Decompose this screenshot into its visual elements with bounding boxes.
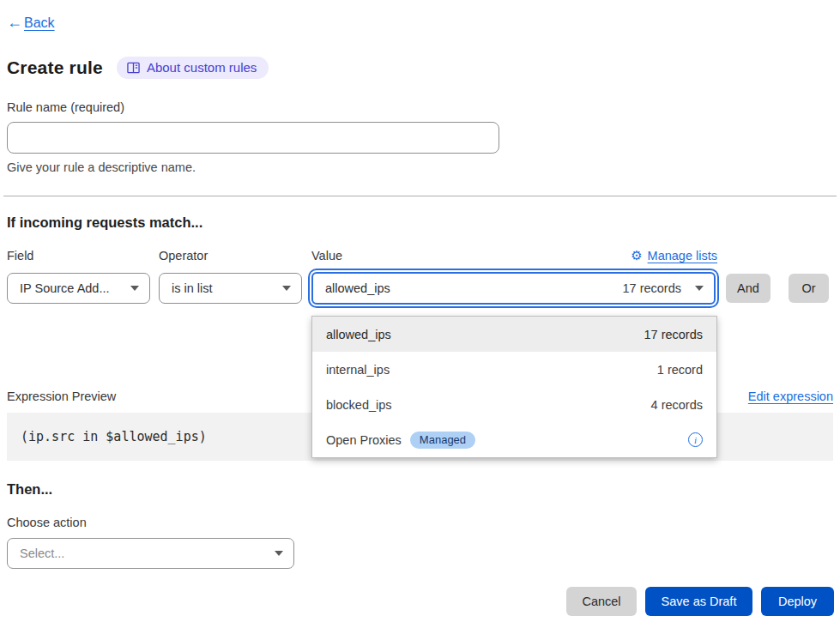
list-item-records: 1 record	[657, 363, 703, 377]
field-select-value: IP Source Add...	[20, 281, 110, 295]
list-item-records: 17 records	[644, 328, 703, 341]
chevron-down-icon	[130, 286, 139, 291]
list-item-name: internal_ips	[326, 363, 390, 377]
value-select[interactable]: allowed_ips 17 records	[311, 272, 716, 305]
edit-expression-link[interactable]: Edit expression	[748, 389, 833, 403]
list-item-internal-ips[interactable]: internal_ips 1 record	[312, 352, 716, 387]
operator-select[interactable]: is in list	[159, 273, 302, 304]
about-custom-rules-label: About custom rules	[147, 60, 257, 75]
cancel-button[interactable]: Cancel	[566, 587, 637, 616]
value-select-selected: allowed_ips	[325, 281, 390, 295]
back-link[interactable]: ← Back	[7, 14, 55, 32]
managed-badge: Managed	[410, 432, 475, 449]
chevron-down-icon	[695, 286, 704, 291]
then-section-heading: Then...	[7, 481, 52, 498]
manage-lists-link[interactable]: ⚙ Manage lists	[311, 248, 717, 263]
action-select-placeholder: Select...	[20, 546, 64, 560]
operator-select-value: is in list	[172, 281, 213, 295]
page-title: Create rule	[7, 57, 103, 78]
choose-action-label: Choose action	[7, 516, 87, 529]
rule-name-input[interactable]	[7, 122, 499, 154]
deploy-button[interactable]: Deploy	[761, 587, 834, 616]
list-item-allowed-ips[interactable]: allowed_ips 17 records	[312, 317, 716, 352]
or-button[interactable]: Or	[789, 274, 829, 303]
value-select-records: 17 records	[622, 281, 681, 295]
expression-preview-label: Expression Preview	[7, 389, 116, 403]
and-button[interactable]: And	[726, 274, 771, 303]
gear-icon: ⚙	[631, 248, 642, 263]
chevron-down-icon	[275, 551, 283, 556]
back-arrow-icon: ←	[7, 14, 22, 32]
value-dropdown-menu: allowed_ips 17 records internal_ips 1 re…	[311, 316, 717, 458]
book-icon	[127, 62, 140, 74]
info-icon[interactable]: i	[688, 432, 703, 447]
list-item-open-proxies[interactable]: Open Proxies Managed i	[312, 422, 716, 457]
field-select[interactable]: IP Source Add...	[7, 273, 150, 304]
action-select[interactable]: Select...	[7, 538, 294, 569]
title-row: Create rule About custom rules	[7, 57, 269, 79]
manage-lists-label: Manage lists	[648, 249, 717, 263]
list-item-name: allowed_ips	[326, 328, 391, 341]
expression-code: (ip.src in $allowed_ips)	[21, 429, 207, 444]
section-divider	[3, 196, 837, 196]
chevron-down-icon	[282, 286, 291, 291]
operator-label: Operator	[159, 249, 208, 263]
back-link-label: Back	[24, 15, 55, 31]
field-label: Field	[7, 249, 33, 263]
list-item-records: 4 records	[651, 398, 703, 412]
rule-name-helper-text: Give your rule a descriptive name.	[7, 160, 196, 174]
create-rule-page: ← Back Create rule About custom rules Ru…	[0, 0, 840, 634]
save-as-draft-button[interactable]: Save as Draft	[645, 587, 752, 616]
about-custom-rules-link[interactable]: About custom rules	[117, 57, 269, 79]
list-item-blocked-ips[interactable]: blocked_ips 4 records	[312, 387, 716, 422]
list-item-name: Open Proxies	[326, 433, 402, 447]
match-section-heading: If incoming requests match...	[7, 214, 202, 231]
list-item-name: blocked_ips	[326, 398, 392, 412]
rule-name-label: Rule name (required)	[7, 100, 124, 114]
